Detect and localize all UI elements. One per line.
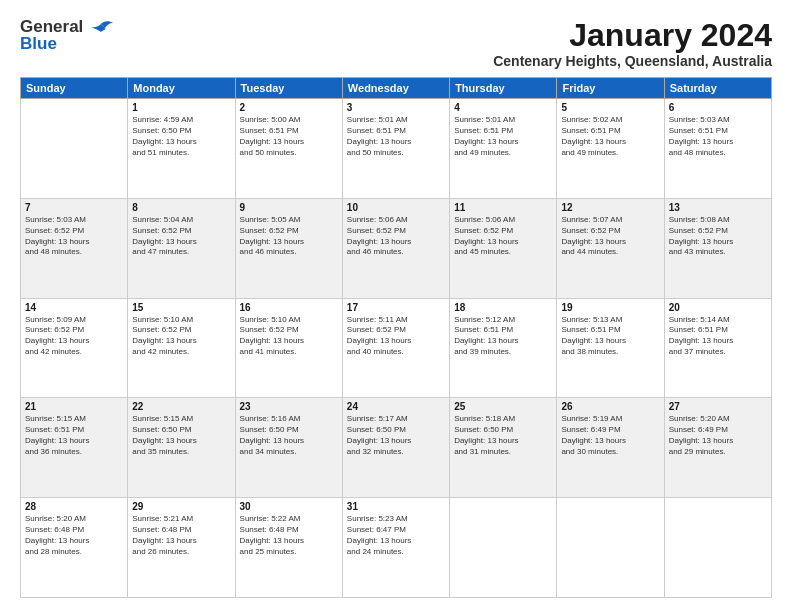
calendar-cell: 4Sunrise: 5:01 AM Sunset: 6:51 PM Daylig… (450, 99, 557, 199)
day-info: Sunrise: 5:06 AM Sunset: 6:52 PM Dayligh… (347, 215, 445, 258)
week-row-4: 21Sunrise: 5:15 AM Sunset: 6:51 PM Dayli… (21, 398, 772, 498)
logo: General Blue (20, 18, 115, 52)
day-info: Sunrise: 5:18 AM Sunset: 6:50 PM Dayligh… (454, 414, 552, 457)
day-info: Sunrise: 5:09 AM Sunset: 6:52 PM Dayligh… (25, 315, 123, 358)
col-header-thursday: Thursday (450, 78, 557, 99)
day-info: Sunrise: 5:22 AM Sunset: 6:48 PM Dayligh… (240, 514, 338, 557)
calendar-cell: 18Sunrise: 5:12 AM Sunset: 6:51 PM Dayli… (450, 298, 557, 398)
calendar-cell: 9Sunrise: 5:05 AM Sunset: 6:52 PM Daylig… (235, 198, 342, 298)
calendar-header-row: SundayMondayTuesdayWednesdayThursdayFrid… (21, 78, 772, 99)
col-header-tuesday: Tuesday (235, 78, 342, 99)
title-block: January 2024 Centenary Heights, Queensla… (493, 18, 772, 69)
day-info: Sunrise: 5:17 AM Sunset: 6:50 PM Dayligh… (347, 414, 445, 457)
day-number: 11 (454, 202, 552, 213)
day-number: 5 (561, 102, 659, 113)
day-number: 15 (132, 302, 230, 313)
week-row-5: 28Sunrise: 5:20 AM Sunset: 6:48 PM Dayli… (21, 498, 772, 598)
calendar-cell (557, 498, 664, 598)
day-info: Sunrise: 5:04 AM Sunset: 6:52 PM Dayligh… (132, 215, 230, 258)
calendar-cell: 30Sunrise: 5:22 AM Sunset: 6:48 PM Dayli… (235, 498, 342, 598)
calendar-cell: 21Sunrise: 5:15 AM Sunset: 6:51 PM Dayli… (21, 398, 128, 498)
calendar-cell (450, 498, 557, 598)
day-info: Sunrise: 5:13 AM Sunset: 6:51 PM Dayligh… (561, 315, 659, 358)
calendar-cell: 29Sunrise: 5:21 AM Sunset: 6:48 PM Dayli… (128, 498, 235, 598)
calendar-cell: 2Sunrise: 5:00 AM Sunset: 6:51 PM Daylig… (235, 99, 342, 199)
day-info: Sunrise: 5:01 AM Sunset: 6:51 PM Dayligh… (347, 115, 445, 158)
day-number: 25 (454, 401, 552, 412)
day-number: 30 (240, 501, 338, 512)
calendar-cell: 15Sunrise: 5:10 AM Sunset: 6:52 PM Dayli… (128, 298, 235, 398)
day-info: Sunrise: 5:06 AM Sunset: 6:52 PM Dayligh… (454, 215, 552, 258)
calendar-cell: 12Sunrise: 5:07 AM Sunset: 6:52 PM Dayli… (557, 198, 664, 298)
calendar-cell: 5Sunrise: 5:02 AM Sunset: 6:51 PM Daylig… (557, 99, 664, 199)
day-number: 3 (347, 102, 445, 113)
calendar-cell: 10Sunrise: 5:06 AM Sunset: 6:52 PM Dayli… (342, 198, 449, 298)
calendar-subtitle: Centenary Heights, Queensland, Australia (493, 53, 772, 69)
calendar-cell: 8Sunrise: 5:04 AM Sunset: 6:52 PM Daylig… (128, 198, 235, 298)
col-header-monday: Monday (128, 78, 235, 99)
calendar-cell: 25Sunrise: 5:18 AM Sunset: 6:50 PM Dayli… (450, 398, 557, 498)
day-info: Sunrise: 5:15 AM Sunset: 6:51 PM Dayligh… (25, 414, 123, 457)
day-info: Sunrise: 5:03 AM Sunset: 6:52 PM Dayligh… (25, 215, 123, 258)
day-info: Sunrise: 5:16 AM Sunset: 6:50 PM Dayligh… (240, 414, 338, 457)
week-row-1: 1Sunrise: 4:59 AM Sunset: 6:50 PM Daylig… (21, 99, 772, 199)
day-number: 9 (240, 202, 338, 213)
day-number: 16 (240, 302, 338, 313)
week-row-3: 14Sunrise: 5:09 AM Sunset: 6:52 PM Dayli… (21, 298, 772, 398)
calendar-cell: 3Sunrise: 5:01 AM Sunset: 6:51 PM Daylig… (342, 99, 449, 199)
calendar-cell: 31Sunrise: 5:23 AM Sunset: 6:47 PM Dayli… (342, 498, 449, 598)
col-header-sunday: Sunday (21, 78, 128, 99)
day-number: 8 (132, 202, 230, 213)
calendar-cell (664, 498, 771, 598)
col-header-friday: Friday (557, 78, 664, 99)
day-number: 26 (561, 401, 659, 412)
calendar-cell: 27Sunrise: 5:20 AM Sunset: 6:49 PM Dayli… (664, 398, 771, 498)
day-number: 18 (454, 302, 552, 313)
day-number: 4 (454, 102, 552, 113)
day-number: 6 (669, 102, 767, 113)
logo-blue: Blue (20, 34, 57, 53)
day-info: Sunrise: 5:23 AM Sunset: 6:47 PM Dayligh… (347, 514, 445, 557)
calendar-cell: 17Sunrise: 5:11 AM Sunset: 6:52 PM Dayli… (342, 298, 449, 398)
day-info: Sunrise: 5:02 AM Sunset: 6:51 PM Dayligh… (561, 115, 659, 158)
calendar-cell: 1Sunrise: 4:59 AM Sunset: 6:50 PM Daylig… (128, 99, 235, 199)
day-number: 17 (347, 302, 445, 313)
day-info: Sunrise: 5:21 AM Sunset: 6:48 PM Dayligh… (132, 514, 230, 557)
day-info: Sunrise: 5:03 AM Sunset: 6:51 PM Dayligh… (669, 115, 767, 158)
day-number: 29 (132, 501, 230, 512)
day-info: Sunrise: 5:08 AM Sunset: 6:52 PM Dayligh… (669, 215, 767, 258)
calendar-cell: 28Sunrise: 5:20 AM Sunset: 6:48 PM Dayli… (21, 498, 128, 598)
logo-bird-icon (87, 20, 115, 42)
day-info: Sunrise: 5:19 AM Sunset: 6:49 PM Dayligh… (561, 414, 659, 457)
day-info: Sunrise: 5:11 AM Sunset: 6:52 PM Dayligh… (347, 315, 445, 358)
day-info: Sunrise: 5:20 AM Sunset: 6:49 PM Dayligh… (669, 414, 767, 457)
calendar-cell: 16Sunrise: 5:10 AM Sunset: 6:52 PM Dayli… (235, 298, 342, 398)
day-number: 7 (25, 202, 123, 213)
day-info: Sunrise: 5:20 AM Sunset: 6:48 PM Dayligh… (25, 514, 123, 557)
day-info: Sunrise: 4:59 AM Sunset: 6:50 PM Dayligh… (132, 115, 230, 158)
calendar-cell (21, 99, 128, 199)
week-row-2: 7Sunrise: 5:03 AM Sunset: 6:52 PM Daylig… (21, 198, 772, 298)
day-info: Sunrise: 5:00 AM Sunset: 6:51 PM Dayligh… (240, 115, 338, 158)
calendar-cell: 19Sunrise: 5:13 AM Sunset: 6:51 PM Dayli… (557, 298, 664, 398)
col-header-wednesday: Wednesday (342, 78, 449, 99)
col-header-saturday: Saturday (664, 78, 771, 99)
day-number: 10 (347, 202, 445, 213)
calendar-cell: 11Sunrise: 5:06 AM Sunset: 6:52 PM Dayli… (450, 198, 557, 298)
day-number: 20 (669, 302, 767, 313)
day-info: Sunrise: 5:07 AM Sunset: 6:52 PM Dayligh… (561, 215, 659, 258)
day-info: Sunrise: 5:10 AM Sunset: 6:52 PM Dayligh… (240, 315, 338, 358)
day-number: 23 (240, 401, 338, 412)
calendar-cell: 7Sunrise: 5:03 AM Sunset: 6:52 PM Daylig… (21, 198, 128, 298)
day-number: 13 (669, 202, 767, 213)
day-info: Sunrise: 5:01 AM Sunset: 6:51 PM Dayligh… (454, 115, 552, 158)
day-number: 21 (25, 401, 123, 412)
calendar-cell: 20Sunrise: 5:14 AM Sunset: 6:51 PM Dayli… (664, 298, 771, 398)
page-header: General Blue January 2024 Centenary Heig… (20, 18, 772, 69)
calendar-cell: 22Sunrise: 5:15 AM Sunset: 6:50 PM Dayli… (128, 398, 235, 498)
day-number: 24 (347, 401, 445, 412)
calendar-cell: 24Sunrise: 5:17 AM Sunset: 6:50 PM Dayli… (342, 398, 449, 498)
calendar-page: General Blue January 2024 Centenary Heig… (0, 0, 792, 612)
day-number: 27 (669, 401, 767, 412)
calendar-title: January 2024 (493, 18, 772, 53)
